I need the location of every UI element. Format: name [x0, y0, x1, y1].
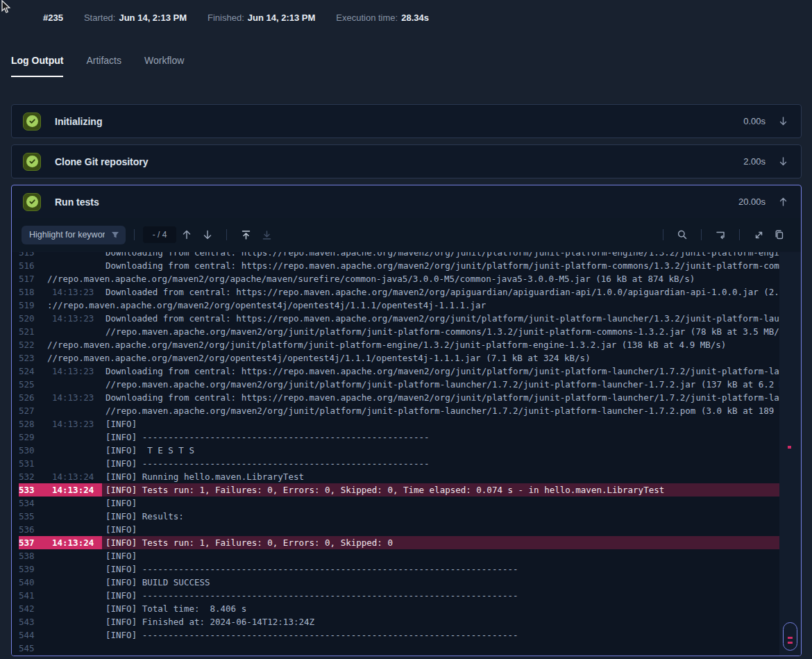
word-wrap-icon[interactable] [711, 226, 729, 244]
previous-match-button[interactable] [178, 226, 196, 244]
toolbar-divider [663, 229, 663, 240]
line-timestamp [46, 589, 102, 602]
minimap-viewport-indicator[interactable] [783, 622, 797, 651]
line-number[interactable]: 528 [19, 417, 46, 431]
line-number[interactable]: 518 [19, 285, 46, 299]
line-text: [INFO] Finished at: 2024-06-14T12:13:24Z [102, 615, 779, 628]
step-header[interactable]: Initializing 0.00s [12, 105, 801, 137]
line-number[interactable]: 530 [19, 444, 46, 457]
line-number[interactable]: 536 [19, 523, 46, 536]
toolbar-divider [226, 229, 227, 240]
line-text: Downloading from central: https://repo.m… [102, 259, 779, 272]
tab-artifacts[interactable]: Artifacts [86, 55, 121, 77]
scroll-to-bottom-button[interactable] [257, 226, 276, 244]
line-number[interactable]: 523 [19, 351, 46, 365]
run-header: #235 Started: Jun 14, 2:13 PM Finished: … [43, 12, 429, 23]
line-timestamp [46, 259, 102, 272]
started-value: Jun 14, 2:13 PM [119, 12, 187, 23]
step-title: Clone Git repository [55, 156, 743, 167]
chevron-up-icon[interactable] [777, 196, 789, 208]
log-line-gutter: 527 [19, 404, 102, 417]
next-match-button[interactable] [198, 226, 217, 244]
line-text: //repo.maven.apache.org/maven2/org/junit… [46, 338, 779, 351]
line-number[interactable]: 541 [19, 589, 46, 602]
line-text: [INFO] Tests run: 1, Failures: 0, Errors… [102, 483, 779, 497]
log-view[interactable]: 515Downloading from central: https://rep… [12, 252, 779, 656]
line-number[interactable]: 516 [19, 259, 46, 272]
log-line: 517//repo.maven.apache.org/maven2/org/ap… [12, 272, 779, 285]
toolbar-divider [701, 229, 702, 240]
line-text: [INFO] Running hello.maven.LibraryTest [102, 470, 779, 483]
tab-log-output[interactable]: Log Output [11, 55, 63, 77]
line-number[interactable]: 545 [19, 642, 46, 655]
copy-icon[interactable] [770, 226, 788, 244]
log-toolbar: - / 4 [12, 218, 801, 251]
expand-icon[interactable] [750, 226, 768, 244]
minimap-highlight-dash [788, 637, 793, 639]
line-number[interactable]: 537 [19, 536, 46, 549]
line-number[interactable]: 542 [19, 602, 46, 615]
log-line: 519://repo.maven.apache.org/maven2/org/o… [12, 299, 779, 312]
log-line: 529[INFO] ------------------------------… [12, 431, 779, 444]
line-timestamp [46, 510, 102, 523]
log-line-gutter: 536 [19, 523, 102, 536]
line-number[interactable]: 544 [19, 628, 46, 642]
line-number[interactable]: 535 [19, 510, 46, 523]
log-line: 539[INFO] ------------------------------… [12, 562, 779, 576]
line-text: //repo.maven.apache.org/maven2/org/apach… [46, 272, 779, 285]
step-header[interactable]: Clone Git repository 2.00s [12, 145, 801, 178]
success-check-icon [23, 153, 41, 171]
mouse-cursor-icon [1, 0, 12, 14]
log-line: 540[INFO] BUILD SUCCESS [12, 576, 779, 589]
line-number[interactable]: 539 [19, 562, 46, 576]
line-number[interactable]: 531 [19, 457, 46, 470]
line-number[interactable]: 524 [19, 365, 46, 378]
line-number[interactable]: 519 [19, 299, 46, 312]
line-number[interactable]: 540 [19, 576, 46, 589]
line-number[interactable]: 538 [19, 549, 46, 562]
line-text [102, 642, 779, 655]
step-header[interactable]: Run tests 20.00s [12, 185, 801, 218]
log-line-gutter: 53214:13:24 [19, 470, 102, 483]
step-duration: 20.00s [738, 197, 766, 207]
line-number[interactable]: 529 [19, 431, 46, 444]
line-number[interactable]: 533 [19, 483, 46, 497]
step-title: Initializing [55, 116, 743, 127]
log-line-gutter: 529 [19, 431, 102, 444]
line-number[interactable]: 525 [19, 378, 46, 391]
line-number[interactable]: 526 [19, 391, 46, 404]
log-lines: 515Downloading from central: https://rep… [12, 252, 779, 655]
line-text: Downloading from central: https://repo.m… [102, 391, 779, 404]
line-text: //repo.maven.apache.org/maven2/org/junit… [102, 378, 779, 391]
log-line: 525//repo.maven.apache.org/maven2/org/ju… [12, 378, 779, 391]
line-text: [INFO] T E S T S [102, 444, 779, 457]
line-text: Downloaded from central: https://repo.ma… [102, 312, 779, 325]
line-number[interactable]: 517 [19, 272, 46, 285]
scroll-to-top-button[interactable] [237, 226, 255, 244]
line-text: [INFO] Total time: 8.406 s [102, 602, 779, 615]
line-number[interactable]: 522 [19, 338, 46, 351]
keyword-filter [22, 226, 126, 244]
line-text: [INFO] ---------------------------------… [102, 457, 779, 470]
chevron-down-icon[interactable] [777, 115, 789, 128]
line-number[interactable]: 515 [19, 252, 46, 259]
tab-workflow[interactable]: Workflow [144, 55, 184, 77]
finished-value: Jun 14, 2:13 PM [248, 12, 316, 23]
chevron-down-icon[interactable] [777, 156, 789, 168]
line-number[interactable]: 520 [19, 312, 46, 325]
log-line-gutter: 52014:13:23 [19, 312, 102, 325]
log-line-gutter: 544 [19, 628, 102, 642]
line-text: [INFO] ---------------------------------… [102, 431, 779, 444]
line-number[interactable]: 534 [19, 497, 46, 510]
log-line-gutter: 542 [19, 602, 102, 615]
log-minimap[interactable] [779, 252, 801, 656]
line-number[interactable]: 527 [19, 404, 46, 417]
line-timestamp [46, 252, 102, 259]
search-icon[interactable] [673, 226, 691, 244]
log-line-gutter: 539 [19, 562, 102, 576]
line-number[interactable]: 532 [19, 470, 46, 483]
funnel-icon[interactable] [110, 230, 120, 242]
line-timestamp [46, 431, 102, 444]
line-number[interactable]: 543 [19, 615, 46, 628]
line-number[interactable]: 521 [19, 325, 46, 338]
